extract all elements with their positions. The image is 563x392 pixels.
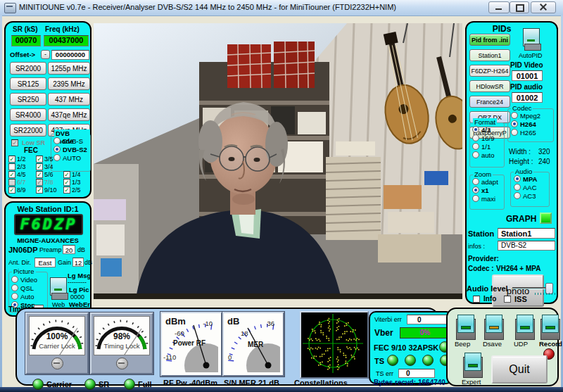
minimize-button[interactable]: [488, 1, 510, 13]
radio-option[interactable]: 16/9: [472, 134, 495, 142]
pid-audio-input[interactable]: 01002: [512, 92, 543, 103]
audio-level-slider[interactable]: [512, 283, 553, 293]
fec-option[interactable]: ✓1/3: [63, 178, 91, 186]
radio-button[interactable]: [511, 120, 518, 127]
preset-freq-button[interactable]: 1255p MHz: [48, 62, 90, 75]
graph-button[interactable]: [540, 213, 552, 224]
radio-option[interactable]: MPA: [514, 175, 537, 183]
fec-checkbox[interactable]: ✓: [63, 171, 70, 178]
radio-button[interactable]: [53, 146, 61, 153]
pid-preset-button[interactable]: HDlowSR: [469, 80, 510, 92]
title-bar[interactable]: MINITIOUNE v0.7e - Receiver/Analyser DVB…: [0, 0, 563, 16]
fec-option[interactable]: ✓3/5: [36, 155, 63, 163]
radio-button[interactable]: [472, 186, 479, 194]
timing-meter-knob[interactable]: [116, 358, 128, 369]
radio-button[interactable]: [514, 184, 521, 191]
radio-option[interactable]: 4/3: [472, 125, 495, 134]
radio-option[interactable]: DVB-S2: [53, 145, 87, 153]
radio-option[interactable]: x1: [472, 186, 498, 194]
radio-option[interactable]: adapt: [472, 177, 498, 186]
fec-option[interactable]: ✓4/5: [8, 170, 36, 178]
radio-option[interactable]: auto: [472, 151, 495, 159]
radio-button[interactable]: [472, 143, 479, 150]
station-input[interactable]: Station1: [498, 228, 555, 239]
radio-button[interactable]: [11, 284, 18, 291]
radio-button[interactable]: [11, 276, 18, 283]
radio-option[interactable]: AAC: [514, 183, 537, 191]
radio-button[interactable]: [53, 137, 61, 144]
fec-option[interactable]: 2/3: [8, 163, 36, 170]
switch-beep[interactable]: [456, 315, 474, 339]
fec-option[interactable]: 6/7: [8, 178, 36, 186]
fec-checkbox[interactable]: [8, 163, 15, 170]
iss-checkbox[interactable]: [504, 296, 511, 303]
radio-button[interactable]: [472, 151, 479, 158]
radio-button[interactable]: [472, 134, 479, 141]
radio-option[interactable]: Auto: [11, 292, 37, 301]
fec-checkbox[interactable]: ✓: [36, 163, 43, 170]
low-sr-option[interactable]: ✓ Low SR: [11, 139, 45, 146]
preset-sr-button[interactable]: SR125: [10, 77, 46, 90]
fec-option[interactable]: ✓1/2: [8, 155, 36, 163]
quit-button[interactable]: Quit: [491, 355, 548, 384]
pid-video-input[interactable]: 01001: [512, 70, 543, 81]
carrier-meter-knob[interactable]: [51, 358, 63, 369]
low-sr-checkbox[interactable]: ✓: [11, 139, 18, 146]
switch-record[interactable]: [540, 315, 559, 339]
switch-dsave[interactable]: [484, 315, 502, 339]
iss-option[interactable]: ISS: [504, 295, 527, 303]
preamp-input[interactable]: 20: [63, 245, 75, 254]
info-option[interactable]: Info: [473, 295, 496, 303]
radio-option[interactable]: Mpeg2: [511, 111, 540, 120]
gain-input[interactable]: 12: [72, 258, 84, 267]
preset-sr-button[interactable]: SR22000: [10, 124, 46, 137]
pid-preset-button[interactable]: Pid from .ini: [469, 34, 510, 46]
offset-input[interactable]: 00000000: [51, 50, 89, 60]
radio-button[interactable]: [472, 126, 479, 133]
radio-option[interactable]: H264: [511, 120, 540, 128]
fec-option[interactable]: ✓3/4: [36, 163, 63, 170]
expert-switch[interactable]: [463, 353, 481, 377]
fec-checkbox[interactable]: [8, 179, 15, 186]
fec-checkbox[interactable]: ✓: [36, 186, 43, 194]
fec-checkbox[interactable]: ✓: [63, 179, 70, 186]
preset-freq-button[interactable]: 437qe MHz: [48, 108, 90, 121]
infos-input[interactable]: DVB-S2: [498, 241, 555, 251]
fec-option[interactable]: ✓9/10: [36, 186, 63, 194]
radio-button[interactable]: [511, 129, 518, 136]
preset-freq-button[interactable]: 437 MHz: [48, 93, 90, 106]
preset-sr-button[interactable]: SR2000: [10, 62, 46, 75]
pid-preset-button[interactable]: France24: [469, 96, 510, 108]
fec-checkbox[interactable]: ✓: [8, 156, 15, 163]
fec-checkbox[interactable]: ✓: [8, 186, 15, 194]
fec-checkbox[interactable]: ✓: [8, 171, 15, 178]
pid-preset-button[interactable]: F6DZP-H264: [469, 65, 510, 77]
ant-dir-input[interactable]: East: [34, 258, 56, 267]
fec-option[interactable]: ✓1/4: [63, 170, 91, 178]
radio-option[interactable]: 1/1: [472, 142, 495, 151]
radio-button[interactable]: [11, 293, 18, 300]
radio-option[interactable]: AC3: [514, 191, 537, 200]
freq-input[interactable]: 00437000: [44, 35, 89, 46]
maximize-button[interactable]: [510, 1, 529, 13]
fec-checkbox[interactable]: ✓: [63, 186, 70, 194]
preset-sr-button[interactable]: SR250: [10, 93, 46, 106]
switch-udp[interactable]: [515, 315, 533, 339]
radio-option[interactable]: DVB-S: [53, 137, 87, 145]
radio-option[interactable]: Video: [11, 275, 37, 284]
radio-button[interactable]: [514, 175, 521, 182]
radio-option[interactable]: maxi: [472, 194, 498, 203]
fec-checkbox[interactable]: ✓: [36, 171, 43, 178]
info-checkbox[interactable]: [473, 296, 480, 303]
radio-button[interactable]: [472, 178, 479, 185]
fec-checkbox[interactable]: ✓: [36, 179, 43, 186]
fec-checkbox[interactable]: ✓: [36, 156, 43, 163]
fec-option[interactable]: ✓8/9: [8, 186, 36, 194]
preset-freq-button[interactable]: 2395 MHz: [48, 77, 90, 90]
close-button[interactable]: [531, 1, 556, 13]
pid-preset-button[interactable]: Station1: [469, 49, 510, 61]
fec-option[interactable]: ✓2/5: [63, 186, 91, 194]
radio-button[interactable]: [472, 195, 479, 202]
radio-option[interactable]: H265: [511, 128, 540, 137]
radio-option[interactable]: QSL: [11, 284, 37, 292]
